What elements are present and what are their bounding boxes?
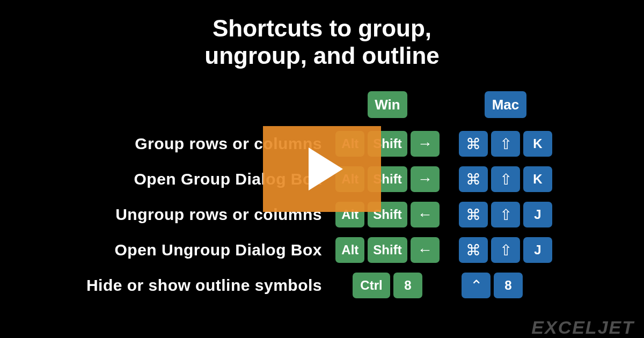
mac-keys: ⌘ ⇧ K	[447, 166, 565, 192]
right-arrow-icon: →	[411, 131, 440, 157]
mac-keys: ⌃ 8	[447, 273, 580, 298]
key-shift: Shift	[368, 237, 407, 263]
win-keys: Alt Shift ←	[328, 237, 447, 263]
table-row: Open Ungroup Dialog Box Alt Shift ← ⌘ ⇧ …	[0, 237, 644, 263]
shift-icon: ⇧	[491, 202, 520, 227]
mac-keys: ⌘ ⇧ J	[447, 237, 565, 263]
table-row: Hide or show outline symbols Ctrl 8 ⌃ 8	[0, 273, 644, 298]
key-j: J	[523, 202, 552, 227]
brand-watermark: EXCELJET	[531, 317, 634, 338]
win-keys: Ctrl 8	[328, 273, 447, 298]
shift-icon: ⇧	[491, 166, 520, 192]
key-alt: Alt	[335, 237, 364, 263]
command-icon: ⌘	[459, 202, 488, 227]
mac-header-badge: Mac	[485, 91, 526, 118]
key-8: 8	[393, 273, 422, 298]
title-line-2: ungroup, and outline	[0, 42, 644, 70]
win-header-badge: Win	[368, 91, 407, 118]
play-icon	[309, 148, 343, 190]
command-icon: ⌘	[459, 237, 488, 263]
key-8: 8	[494, 273, 523, 298]
key-k: K	[523, 166, 552, 192]
play-button[interactable]	[263, 126, 381, 212]
shift-icon: ⇧	[491, 237, 520, 263]
header-spacer	[0, 91, 328, 118]
mac-keys: ⌘ ⇧ K	[447, 131, 565, 157]
key-j: J	[523, 237, 552, 263]
control-icon: ⌃	[462, 273, 491, 298]
key-k: K	[523, 131, 552, 157]
row-label: Hide or show outline symbols	[0, 276, 328, 295]
right-arrow-icon: →	[411, 166, 440, 192]
slide-title: Shortcuts to group, ungroup, and outline	[0, 0, 644, 69]
command-icon: ⌘	[459, 166, 488, 192]
win-header-col: Win	[328, 91, 447, 118]
left-arrow-icon: ←	[411, 202, 440, 227]
command-icon: ⌘	[459, 131, 488, 157]
mac-keys: ⌘ ⇧ J	[447, 202, 565, 227]
key-ctrl: Ctrl	[353, 273, 390, 298]
table-header: Win Mac	[0, 91, 644, 118]
mac-header-col: Mac	[447, 91, 565, 118]
left-arrow-icon: ←	[411, 237, 440, 263]
row-label: Open Ungroup Dialog Box	[0, 241, 328, 259]
shift-icon: ⇧	[491, 131, 520, 157]
title-line-1: Shortcuts to group,	[0, 15, 644, 42]
